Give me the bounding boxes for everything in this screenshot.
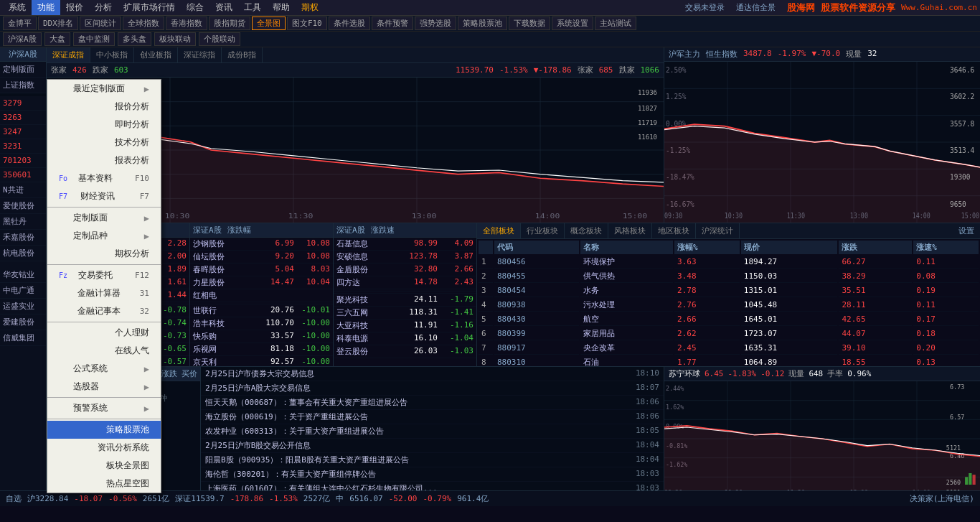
news-item[interactable]: 2月25日沪市债券大宗交易信息18:10 [201, 367, 664, 381]
tb-settings[interactable]: 系统设置 [552, 17, 593, 30]
view-hushen[interactable]: 沪深A股 [3, 32, 42, 46]
menu-tools[interactable]: 工具 [238, 0, 267, 15]
menu-analysis[interactable]: 分析 [89, 0, 118, 15]
notice-link[interactable]: 通达信全景 [736, 2, 776, 13]
sector-row[interactable]: 5880430航空2.661645.0142.650.17 [479, 313, 979, 326]
menu-composite[interactable]: 综合 [181, 0, 209, 15]
menu-function[interactable]: 功能 [32, 0, 60, 15]
sector-tab-concept[interactable]: 概念板块 [565, 223, 608, 238]
dropdown-item-交易委托[interactable]: Fz交易委托F12 [47, 266, 161, 284]
news-item[interactable]: 上海医药（601607）：有关薄组大连中公红石杉生物有限公司...18:03 [201, 482, 664, 490]
tb-download[interactable]: 下载数据 [509, 17, 550, 30]
sza2-row[interactable]: 聚光科技24.11-1.79 [334, 294, 476, 307]
sidebar-stock-1[interactable]: N共进 [0, 182, 46, 198]
sidebar-stock-9[interactable]: 爱建股份 [0, 314, 46, 330]
news-item[interactable]: 2月25日沪市A股大宗交易信息18:07 [201, 381, 664, 396]
tb-condition[interactable]: 条件选股 [329, 17, 370, 30]
news-item[interactable]: 海立股份（000619）：关于资产重组进展公告18:06 [201, 410, 664, 424]
dropdown-item-公式系统[interactable]: 公式系统▶ [47, 360, 161, 378]
sidebar-stock-8[interactable]: 运盛实业 [0, 299, 46, 314]
news-item[interactable]: 恒天天鹅（000687）：董事会有关重大资产重组进展公告18:06 [201, 396, 664, 410]
sza2-row[interactable]: 石基信息98.994.09 [334, 238, 476, 251]
sza-row[interactable]: 力星股份14.4710.04 [190, 276, 333, 289]
dropdown-item-资讯分析系统[interactable]: 资讯分析系统 [47, 439, 161, 457]
sidebar-stock-10[interactable]: 信威集团 [0, 330, 46, 346]
tb-warning[interactable]: 条件预警 [372, 17, 413, 30]
dropdown-item-最近定制版面[interactable]: 最近定制版面▶ [47, 80, 161, 98]
dropdown-item-报价分析[interactable]: 报价分析 [47, 98, 161, 116]
view-sector[interactable]: 板块联动 [154, 32, 196, 46]
dropdown-item-定制版面[interactable]: 定制版面▶ [47, 209, 161, 227]
sidebar-stock-2[interactable]: 爱使股份 [0, 198, 46, 214]
dropdown-item-个人理财[interactable]: 个人理财 [47, 324, 161, 342]
sector-tab-all[interactable]: 全部板块 [477, 223, 521, 238]
tab-cyindex[interactable]: 创业板指 [134, 47, 178, 62]
sza-row[interactable]: 仙坛股份9.2010.08 [190, 251, 333, 264]
sector-row[interactable]: 1880456环境保护3.631894.2766.270.11 [479, 256, 979, 269]
sector-tab-region[interactable]: 地区板块 [652, 223, 696, 238]
sza-row[interactable]: 快乐购33.57-10.00 [190, 330, 333, 343]
sector-row[interactable]: 8880310石油1.771064.8918.550.13 [479, 356, 979, 366]
menu-quote[interactable]: 报价 [60, 0, 89, 15]
sidebar-item-custom[interactable]: 定制版面 [0, 62, 46, 78]
tb-futures[interactable]: 股指期货 [209, 17, 250, 30]
sza2-row[interactable]: 金盾股份32.802.66 [334, 264, 476, 276]
sidebar-stock-6[interactable]: 华友钴业 [0, 267, 46, 283]
view-multihead[interactable]: 多头盘 [118, 32, 151, 46]
tb-f10[interactable]: 图文F10 [287, 17, 327, 30]
sector-row[interactable]: 6880399家居用品2.621723.0744.070.18 [479, 327, 979, 340]
sza2-row[interactable]: 科泰电源16.10-1.04 [334, 332, 476, 345]
sidebar-stock-4[interactable]: 禾嘉股份 [0, 230, 46, 246]
tb-fullview[interactable]: 全景图 [252, 17, 286, 30]
dropdown-item-金融记事本[interactable]: 金融记事本32 [47, 302, 161, 320]
sidebar-title-hushen[interactable]: 沪深A股 [0, 47, 46, 62]
tab-szzindex[interactable]: 深证综指 [178, 47, 222, 62]
trading-link[interactable]: 交易未登录 [685, 2, 725, 13]
tb-jinbo[interactable]: 金博平 [3, 17, 37, 30]
dropdown-item-基本资料[interactable]: Fo基本资料F10 [47, 169, 161, 187]
sza2-row[interactable]: 四方达14.782.43 [334, 276, 476, 289]
tab-bindex[interactable]: 成份B指 [222, 47, 263, 62]
sza-row[interactable]: 春晖股份5.048.03 [190, 264, 333, 276]
dropdown-item-即时分析[interactable]: 即时分析 [47, 116, 161, 134]
view-dapan[interactable]: 大盘 [44, 32, 70, 46]
sector-row[interactable]: 3880454水务2.781315.0135.510.19 [479, 284, 979, 297]
tb-global[interactable]: 全球指数 [123, 17, 164, 30]
dropdown-item-报表分析[interactable]: 报表分析 [47, 152, 161, 169]
sza-row[interactable]: 沙钢股份6.9910.08 [190, 238, 333, 251]
sza2-row[interactable]: 登云股份26.03-1.03 [334, 345, 476, 358]
news-item[interactable]: 海伦哲（300201）：有关重大资产重组停牌公告18:03 [201, 467, 664, 482]
tb-qujian[interactable]: 区间统计 [80, 17, 121, 30]
menu-help[interactable]: 帮助 [267, 0, 296, 15]
news-item[interactable]: 2月25日沪市B股交易公开信息18:04 [201, 439, 664, 453]
dropdown-item-定制品种[interactable]: 定制品种▶ [47, 227, 161, 245]
news-item[interactable]: 农发种业（600313）：关于重大资产重组进展公告18:05 [201, 424, 664, 439]
dropdown-item-板块全景图[interactable]: 板块全景图 [47, 457, 161, 475]
sza2-row[interactable]: 三六五网118.31-1.41 [334, 307, 476, 320]
dropdown-item-期权分析[interactable]: 期权分析 [47, 245, 161, 263]
dropdown-item-在线人气[interactable]: 在线人气 [47, 342, 161, 360]
sza-row[interactable]: 京天利92.57-10.00 [190, 356, 333, 366]
sector-tab-industry[interactable]: 行业板块 [521, 223, 565, 238]
dropdown-item-策略股票池[interactable]: 策略股票池 [47, 421, 161, 439]
view-monitor[interactable]: 盘中监测 [73, 32, 115, 46]
sza-row[interactable]: 浩丰科技110.70-10.00 [190, 317, 333, 330]
dropdown-item-热点星空图[interactable]: 热点星空图 [47, 475, 161, 493]
sza2-row[interactable]: 安硕信息123.783.87 [334, 251, 476, 264]
dropdown-item-财经资讯[interactable]: F7财经资讯F7 [47, 187, 161, 205]
news-item[interactable]: 阳晨B股（900935）：阳晨B股有关重大资产重组进展公告18:04 [201, 453, 664, 467]
sector-row[interactable]: 2880455供气供热3.481150.0338.290.08 [479, 270, 979, 283]
tb-ddx[interactable]: DDX排名 [38, 17, 78, 30]
tb-strong[interactable]: 强势选股 [415, 17, 456, 30]
dropdown-item-技术分析[interactable]: 技术分析 [47, 134, 161, 152]
menu-system[interactable]: 系统 [3, 0, 32, 15]
sza-row[interactable]: 世联行20.76-10.01 [190, 304, 333, 317]
menu-news[interactable]: 资讯 [209, 0, 238, 15]
dropdown-item-金融计算器[interactable]: 金融计算器31 [47, 284, 161, 302]
dropdown-item-选股器[interactable]: 选股器▶ [47, 378, 161, 396]
sidebar-stock-3[interactable]: 黑牡丹 [0, 214, 46, 230]
tb-strategy[interactable]: 策略股票池 [458, 17, 507, 30]
menu-options[interactable]: 期权 [296, 0, 324, 15]
tb-test[interactable]: 主站测试 [595, 17, 636, 30]
view-stock[interactable]: 个股联动 [199, 32, 240, 46]
